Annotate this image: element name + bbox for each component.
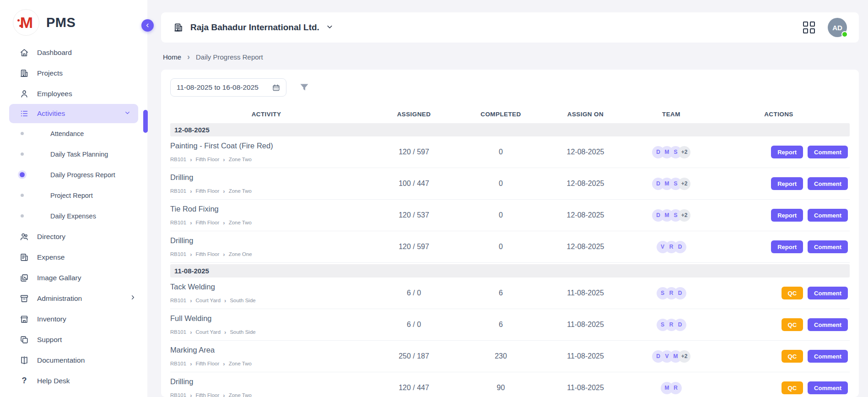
sidebar-item-inventory[interactable]: Inventory [0,309,147,329]
table-header-row: ACTIVITY ASSIGNED COMPLETED ASSIGN ON TE… [170,106,850,122]
team-avatar-overflow[interactable]: +2 [678,178,690,190]
assigned-value: 120 / 447 [362,384,465,392]
sidebar-item-projects[interactable]: Projects [0,63,147,83]
qc-button[interactable]: QC [782,287,803,299]
team-avatars: DMS+2 [635,209,708,222]
active-section-indicator [143,110,148,133]
column-header-actions: ACTIONS [708,111,850,118]
location-floor: Court Yard [196,329,221,335]
team-avatar[interactable]: R [669,382,682,394]
sidebar-subitem-attendance[interactable]: Attendance [0,123,147,144]
sidebar-item-dashboard[interactable]: Dashboard [0,42,147,63]
sidebar-item-help-desk[interactable]: ? Help Desk [0,370,147,391]
comment-button[interactable]: Comment [808,209,848,222]
sidebar-item-expense[interactable]: Expense [0,247,147,267]
chevron-right-icon [190,297,192,304]
team-avatars: SRD [635,319,708,331]
assign-on-value: 11-08-2025 [536,289,635,297]
row-actions: Report Comment [708,240,850,253]
qc-button[interactable]: QC [782,350,803,363]
comment-button[interactable]: Comment [808,350,848,363]
company-name: Raja Bahadur International Ltd. [190,22,319,33]
app-logo[interactable]: M PMS [0,7,147,42]
chevron-right-icon [190,156,192,163]
receipt-icon [19,252,29,262]
sidebar-item-image-gallery[interactable]: Image Gallary [0,267,147,288]
date-range-input[interactable]: 11-08-2025 to 16-08-2025 [170,78,286,97]
team-avatar-overflow[interactable]: +2 [678,209,690,222]
report-button[interactable]: Report [771,209,803,222]
sidebar-subitem-project-report[interactable]: Project Report [0,185,147,206]
date-group-header: 12-08-2025 [170,123,850,136]
sidebar-item-documentation[interactable]: Documentation [0,350,147,370]
comment-button[interactable]: Comment [808,287,848,299]
sidebar-subitem-daily-task-planning[interactable]: Daily Task Planning [0,144,147,164]
sidebar-subitem-daily-progress-report[interactable]: Daily Progress Report [0,164,147,185]
comment-button[interactable]: Comment [808,177,848,190]
sidebar-item-employees[interactable]: Employees [0,83,147,104]
team-avatar[interactable]: D [674,287,686,299]
team-avatar-overflow[interactable]: +2 [678,350,690,363]
assign-on-value: 12-08-2025 [536,211,635,219]
sidebar-item-administration[interactable]: Administration [0,288,147,309]
row-actions: QC Comment [708,350,850,363]
table-row: Tie Rod Fixing RB101Fifth FloorZone Two … [170,200,850,231]
table-row: Drilling RB101Fifth FloorZone Two 120 / … [170,372,850,397]
chevron-right-icon [190,188,192,195]
activity-cell: Drilling RB101Fifth FloorZone One [170,236,362,258]
qc-button[interactable]: QC [782,318,803,331]
chevron-right-icon [190,329,192,336]
team-avatars: VRD [635,241,708,253]
chevron-down-icon [326,23,334,33]
activity-name: Drilling [170,236,362,245]
activity-cell: Drilling RB101Fifth FloorZone Two [170,173,362,195]
chevron-down-icon [124,109,131,118]
bullet-icon [21,194,24,197]
question-mark-icon: ? [19,376,29,386]
chevron-right-icon [190,219,192,226]
completed-value: 0 [465,211,536,219]
location-floor: Fifth Floor [196,251,220,257]
location-zone: Zone Two [229,392,252,397]
sidebar-item-support[interactable]: Support [0,329,147,350]
report-button[interactable]: Report [771,240,803,253]
team-avatar[interactable]: D [674,241,686,253]
comment-button[interactable]: Comment [808,146,848,158]
user-avatar[interactable]: AD [828,18,847,37]
breadcrumb-home-link[interactable]: Home [163,53,181,61]
activity-location: RB101Court YardSouth Side [170,329,362,336]
header-actions: AD [803,18,847,37]
completed-value: 6 [465,321,536,329]
chevron-right-icon [223,392,225,397]
avatar-initials: AD [832,24,842,32]
report-button[interactable]: Report [771,146,803,158]
location-floor: Fifth Floor [196,220,220,225]
location-project: RB101 [170,361,186,366]
team-avatar[interactable]: D [674,319,686,331]
comment-button[interactable]: Comment [808,318,848,331]
sidebar-collapse-button[interactable] [141,19,154,32]
team-avatar-overflow[interactable]: +2 [678,146,690,158]
apps-grid-icon[interactable] [803,22,815,33]
main-area: Raja Bahadur International Ltd. AD Home … [147,0,868,397]
report-button[interactable]: Report [771,177,803,190]
comment-button[interactable]: Comment [808,381,848,394]
chevron-left-icon [145,22,151,28]
bullet-icon [21,132,24,135]
filter-button[interactable] [299,82,310,93]
activity-name: Drilling [170,173,362,182]
sidebar-subitem-label: Daily Task Planning [50,151,108,158]
people-icon [19,232,29,242]
sidebar-item-activities[interactable]: Activities [9,104,138,123]
qc-button[interactable]: QC [782,381,803,394]
app-name: PMS [46,15,75,30]
comment-button[interactable]: Comment [808,240,848,253]
assigned-value: 6 / 0 [362,321,465,329]
company-selector[interactable]: Raja Bahadur International Ltd. [173,22,334,33]
sidebar-item-directory[interactable]: Directory [0,226,147,247]
sidebar-subitem-daily-expenses[interactable]: Daily Expenses [0,206,147,226]
activity-location: RB101Court YardSouth Side [170,297,362,304]
online-status-dot [841,31,848,38]
assign-on-value: 12-08-2025 [536,148,635,156]
report-card: 11-08-2025 to 16-08-2025 ACTIVITY ASSIGN… [161,70,859,397]
